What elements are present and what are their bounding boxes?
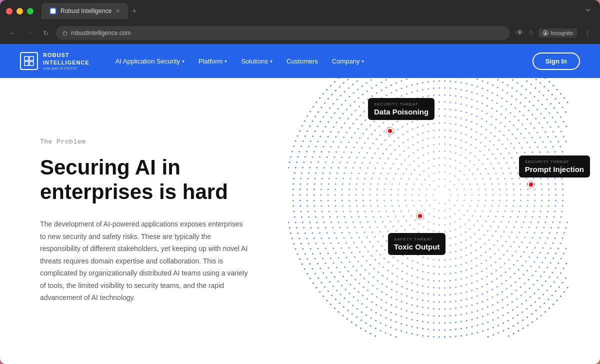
svg-point-1349 [497,79,498,80]
eye-slash-icon[interactable]: 👁 [516,28,524,38]
svg-point-405 [450,266,451,268]
svg-point-1241 [542,127,543,128]
svg-point-943 [340,162,341,163]
svg-point-967 [438,88,440,89]
svg-point-1681 [532,322,533,323]
svg-point-329 [450,258,451,260]
sign-in-button[interactable]: Sign In [532,52,580,70]
svg-point-352 [378,178,380,180]
svg-point-894 [506,280,507,282]
svg-point-1216 [363,102,364,104]
svg-point-496 [412,268,413,269]
svg-point-447 [438,122,440,124]
forward-button[interactable]: → [23,27,36,39]
svg-point-1567 [336,99,338,100]
svg-point-1140 [544,257,546,258]
site-logo[interactable]: ROBUST INTELLIGENCE now part of CISCO [20,52,90,70]
svg-point-1258 [560,242,562,244]
svg-point-1206 [330,146,332,148]
tab-close-icon[interactable]: ✕ [116,8,120,14]
minimize-button[interactable] [16,8,23,14]
svg-point-1617 [335,298,336,300]
more-options-button[interactable]: ⋮ [581,27,594,39]
svg-point-1650 [306,130,308,132]
svg-point-1596 [522,320,524,321]
svg-point-299 [460,140,462,141]
svg-point-1158 [466,312,468,314]
svg-point-949 [354,132,356,134]
svg-point-351 [377,184,378,185]
svg-point-448 [444,122,446,124]
svg-point-20 [454,204,455,206]
svg-point-1497 [498,324,499,326]
nav-ai-security[interactable]: AI Application Security ▾ [110,54,190,69]
svg-point-1599 [508,328,509,329]
svg-point-67 [460,218,461,220]
svg-point-1298 [376,304,377,306]
threat-card-toxic-output: SAFETY THREAT Toxic Output [388,233,446,255]
new-tab-button[interactable]: + [128,4,140,18]
svg-point-199 [460,242,462,243]
svg-point-1212 [348,118,349,120]
svg-point-1482 [560,272,562,274]
svg-point-1647 [300,146,302,147]
svg-point-1668 [555,98,556,100]
incognito-button[interactable]: Incognito [538,28,577,38]
svg-point-156 [413,228,414,230]
bookmark-icon[interactable]: ☆ [528,28,534,38]
svg-point-699 [364,246,366,248]
svg-point-808 [359,252,360,253]
svg-point-1727 [312,106,314,108]
svg-point-645 [507,138,508,140]
maximize-button[interactable] [27,8,34,14]
svg-point-1317 [316,222,318,223]
address-bar[interactable]: robustintelligence.com [56,26,510,40]
svg-point-1584 [566,126,567,127]
svg-point-1509 [433,336,434,338]
svg-point-401 [470,260,472,262]
svg-point-1457 [345,100,346,102]
svg-point-1254 [566,222,568,223]
svg-point-770 [532,237,533,238]
svg-point-1413 [370,310,372,311]
svg-point-228 [422,147,424,148]
svg-point-1646 [298,151,300,152]
svg-point-514 [362,189,364,190]
svg-point-1119 [544,146,546,148]
svg-point-1054 [338,242,340,244]
svg-point-979 [501,106,502,107]
svg-point-91 [460,170,461,172]
nav-customers[interactable]: Customers [280,54,324,69]
svg-point-1038 [401,301,402,302]
svg-point-662 [528,226,530,228]
refresh-button[interactable]: ↻ [40,27,52,39]
svg-point-1479 [565,140,566,142]
nav-solutions[interactable]: Solutions ▾ [235,54,278,69]
browser-tab[interactable]: Robust Intelligence ✕ [42,3,128,19]
svg-point-324 [476,250,477,251]
svg-point-805 [370,264,371,266]
svg-point-38 [462,205,463,206]
svg-point-1001 [554,210,556,212]
svg-point-905 [450,301,451,302]
svg-point-519 [369,162,370,164]
svg-point-1365 [558,141,559,142]
svg-point-3 [545,32,546,33]
nav-company[interactable]: Company ▾ [326,54,370,69]
back-button[interactable]: ← [6,27,19,39]
svg-point-1362 [550,126,552,128]
svg-point-767 [538,222,539,223]
svg-point-88 [444,164,446,166]
svg-point-382 [502,172,504,174]
svg-point-241 [485,168,486,170]
svg-point-970 [455,88,456,90]
svg-point-523 [381,144,382,145]
close-button[interactable] [6,8,12,14]
svg-point-1736 [548,81,550,82]
nav-platform[interactable]: Platform ▾ [192,54,233,69]
problem-label: The Problem [40,138,268,146]
lock-icon [62,30,68,36]
svg-point-512 [362,200,364,202]
svg-point-43 [438,217,440,218]
svg-point-874 [540,184,542,185]
